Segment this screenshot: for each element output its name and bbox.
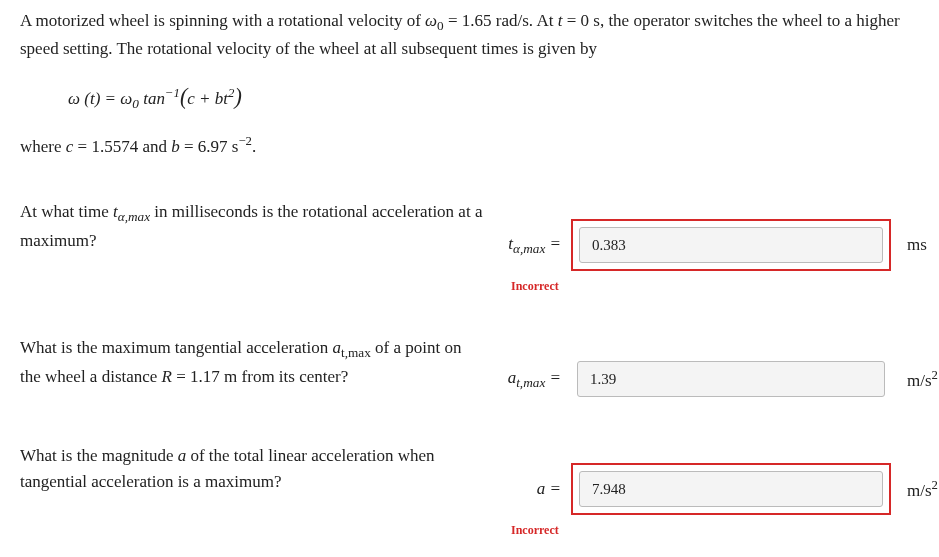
q2-r-var: R <box>162 367 172 386</box>
q3-answer-area: a = m/s2 Incorrect <box>505 443 939 539</box>
formula-lhs-var: ω <box>68 89 80 108</box>
q1-answer-row: tα,max = ms <box>505 219 939 271</box>
q3-answer-row: a = m/s2 <box>505 463 939 515</box>
omega0-sub: 0 <box>437 18 444 33</box>
q3-prompt-var: a <box>178 446 187 465</box>
constants-pre: where <box>20 137 66 156</box>
b-end: . <box>252 137 256 156</box>
formula: ω (t) = ω0 tan−1(c + bt2) <box>68 80 939 114</box>
q2-input-wrap <box>571 355 891 403</box>
q1-prompt-pre: At what time <box>20 202 113 221</box>
q2-r-eq: = 1.17 m from its center? <box>172 367 348 386</box>
q2-label: at,max = <box>505 365 561 393</box>
q2-unit-base: m/s <box>907 370 932 389</box>
q3-input[interactable] <box>579 471 883 507</box>
constants-line: where c = 1.5574 and b = 6.97 s−2. <box>20 132 939 159</box>
intro-text: A motorized wheel is spinning with a rot… <box>20 11 425 30</box>
q2-input[interactable] <box>577 361 885 397</box>
q2-unit-exp: 2 <box>932 368 938 382</box>
q2-label-var: a <box>508 368 517 387</box>
q2-prompt-pre: What is the maximum tangential accelerat… <box>20 338 333 357</box>
q1-unit: ms <box>901 232 939 258</box>
q3-unit: m/s2 <box>901 476 939 503</box>
q1-prompt: At what time tα,max in milliseconds is t… <box>20 199 505 253</box>
q3-label-var: a <box>537 479 546 498</box>
q1-prompt-sub: α,max <box>118 210 150 225</box>
q3-unit-exp: 2 <box>932 478 938 492</box>
b-exp: −2 <box>238 134 252 148</box>
q1-label: tα,max = <box>505 231 561 259</box>
q1-feedback: Incorrect <box>511 277 939 295</box>
formula-rhs-coeff: ω <box>120 89 132 108</box>
b-var: b <box>171 137 180 156</box>
q3-prompt-pre: What is the magnitude <box>20 446 178 465</box>
question-3: What is the magnitude a of the total lin… <box>20 443 939 539</box>
question-2: What is the maximum tangential accelerat… <box>20 335 939 403</box>
formula-exp: −1 <box>165 86 180 100</box>
q2-label-eq: = <box>545 368 561 387</box>
q1-input[interactable] <box>579 227 883 263</box>
q2-prompt-sub: t,max <box>341 346 371 361</box>
omega0-var: ω <box>425 11 437 30</box>
q2-unit: m/s2 <box>901 366 939 393</box>
q2-label-sub: t,max <box>516 375 545 390</box>
formula-rhs-sub: 0 <box>132 96 139 111</box>
q3-label: a = <box>505 476 561 502</box>
formula-close: ) <box>234 84 241 109</box>
omega0-eq: = 1.65 rad/s. At <box>444 11 558 30</box>
question-1: At what time tα,max in milliseconds is t… <box>20 199 939 295</box>
q1-label-eq: = <box>545 234 561 253</box>
problem-intro: A motorized wheel is spinning with a rot… <box>20 8 939 62</box>
formula-inner: c + bt <box>187 89 228 108</box>
q2-answer-row: at,max = m/s2 <box>505 355 939 403</box>
q3-prompt: What is the magnitude a of the total lin… <box>20 443 505 494</box>
q3-label-eq: = <box>545 479 561 498</box>
q3-input-wrap <box>571 463 891 515</box>
q2-answer-area: at,max = m/s2 <box>505 335 939 403</box>
q1-answer-area: tα,max = ms Incorrect <box>505 199 939 295</box>
q3-unit-base: m/s <box>907 480 932 499</box>
b-eq: = 6.97 s <box>180 137 239 156</box>
q1-label-sub: α,max <box>513 241 545 256</box>
q2-prompt-var: a <box>333 338 342 357</box>
formula-lhs-arg: (t) = <box>80 89 120 108</box>
q3-feedback: Incorrect <box>511 521 939 539</box>
c-eq: = 1.5574 and <box>73 137 171 156</box>
formula-func: tan <box>139 89 165 108</box>
q1-input-wrap <box>571 219 891 271</box>
q2-prompt: What is the maximum tangential accelerat… <box>20 335 505 389</box>
